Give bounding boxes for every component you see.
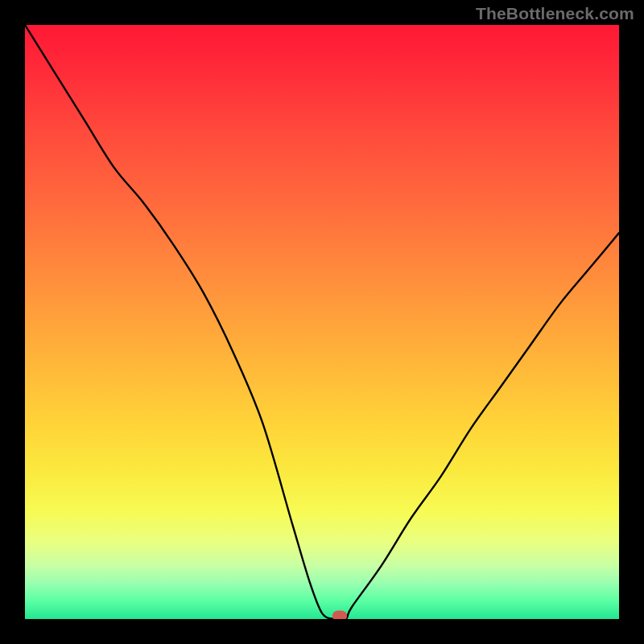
chart-frame: TheBottleneck.com bbox=[0, 0, 644, 644]
watermark-text: TheBottleneck.com bbox=[476, 4, 634, 23]
plot-area bbox=[25, 25, 619, 619]
minimum-marker bbox=[332, 611, 347, 619]
bottleneck-curve bbox=[25, 25, 619, 619]
